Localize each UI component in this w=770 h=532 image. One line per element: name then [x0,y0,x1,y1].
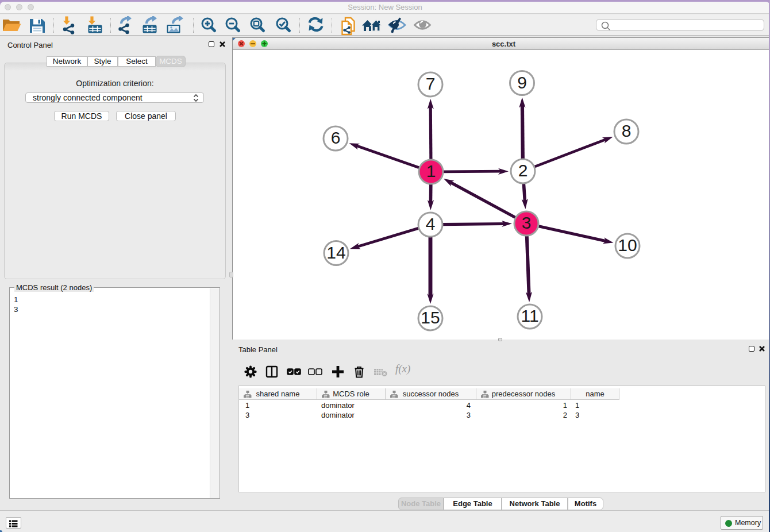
svg-text:1: 1 [426,161,436,180]
svg-text:4: 4 [426,214,436,233]
svg-text:7: 7 [426,74,436,93]
svg-text:9: 9 [517,73,527,92]
svg-text:2: 2 [518,161,528,180]
svg-text:3: 3 [522,213,532,232]
svg-text:8: 8 [622,121,632,140]
svg-text:11: 11 [521,306,538,325]
svg-text:14: 14 [326,243,345,262]
svg-text:10: 10 [618,236,637,255]
svg-text:15: 15 [421,308,440,327]
svg-text:6: 6 [331,128,341,147]
